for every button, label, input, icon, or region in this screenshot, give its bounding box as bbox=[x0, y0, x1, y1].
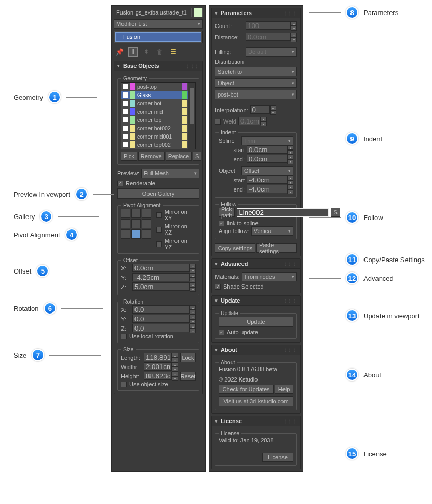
count-spinner[interactable]: ▴▾ bbox=[246, 21, 297, 31]
interpolation-spinner[interactable]: ▴▾ bbox=[250, 105, 276, 115]
group-size: Size Length:▴▾Lock Width:▴▾ Height:▴▾Res… bbox=[117, 349, 199, 391]
offset-y-spinner[interactable]: ▴▾ bbox=[132, 273, 196, 282]
group-geometry: Geometry post-topGlasscorner botcorner m… bbox=[117, 78, 199, 165]
rollout-header-license[interactable]: License⋮⋮⋮ bbox=[212, 416, 300, 426]
geometry-listbox[interactable]: post-topGlasscorner botcorner midcorner … bbox=[121, 82, 196, 149]
modifier-stack[interactable]: Fusion bbox=[114, 31, 203, 43]
shade-selected-checkbox[interactable]: Shade Selected bbox=[215, 283, 297, 290]
configure-icon[interactable]: ☰ bbox=[169, 47, 178, 57]
renderable-checkbox[interactable]: Renderable bbox=[117, 180, 199, 186]
callout-11: 11Copy/Paste Settings bbox=[309, 253, 425, 266]
mirror-xy-checkbox[interactable]: Mirror on XY bbox=[156, 209, 196, 221]
geometry-label: Geometry bbox=[121, 75, 149, 81]
spline-start-spinner[interactable]: ▴▾ bbox=[247, 145, 293, 155]
rollout-header-update[interactable]: Update⋮⋮⋮ bbox=[212, 296, 300, 306]
reset-button[interactable]: Reset bbox=[180, 372, 196, 381]
about-version: Fusion 0.8.176.88 beta bbox=[219, 366, 293, 372]
list-item[interactable]: post-top bbox=[122, 83, 188, 91]
rollout-update: Update⋮⋮⋮ Update Update Auto-update bbox=[211, 295, 301, 343]
list-item[interactable]: corner top bbox=[122, 116, 188, 124]
rollout-license: License⋮⋮⋮ License Valid to: Jan 19, 203… bbox=[211, 416, 301, 469]
rotation-x-spinner[interactable]: ▴▾ bbox=[132, 305, 196, 315]
pivot-grid[interactable] bbox=[121, 209, 151, 239]
size-height-spinner[interactable]: ▴▾ bbox=[144, 372, 178, 381]
rollout-header-parameters[interactable]: Parameters⋮⋮⋮ bbox=[212, 8, 300, 18]
spline-end-spinner[interactable]: ▴▾ bbox=[247, 155, 293, 164]
rollout-advanced: Advanced⋮⋮⋮ Materials:From nodes Shade S… bbox=[211, 258, 301, 293]
lock-button[interactable]: Lock bbox=[180, 353, 196, 362]
copy-settings-button[interactable]: Copy settings bbox=[215, 243, 255, 253]
check-updates-button[interactable]: Check for Updates bbox=[219, 385, 274, 394]
align-follow-dropdown[interactable]: Vertical bbox=[251, 226, 293, 236]
callout-5: 5Offset bbox=[14, 265, 101, 277]
open-gallery-button[interactable]: Open Galery bbox=[117, 188, 199, 199]
spline-mode-dropdown[interactable]: Trim bbox=[241, 136, 293, 145]
license-valid: Valid to: Jan 19, 2038 bbox=[219, 437, 293, 443]
mirror-xz-checkbox[interactable]: Mirror on XZ bbox=[156, 223, 196, 236]
remove-button[interactable]: Remove bbox=[138, 152, 165, 161]
show-end-result-icon[interactable]: Ⅱ bbox=[128, 47, 138, 57]
scrollbar[interactable] bbox=[188, 83, 195, 149]
rollout-header-advanced[interactable]: Advanced⋮⋮⋮ bbox=[212, 259, 300, 269]
modifier-toolbar: 📌 Ⅱ ⬍ 🗑 ☰ bbox=[114, 45, 203, 59]
license-button[interactable]: License bbox=[262, 453, 293, 462]
weld-spinner[interactable]: ▴▾ bbox=[238, 117, 267, 126]
preview-dropdown[interactable]: Full Mesh bbox=[141, 169, 199, 178]
rotation-z-spinner[interactable]: ▴▾ bbox=[132, 324, 196, 333]
object-start-spinner[interactable]: ▴▾ bbox=[247, 175, 293, 185]
pick-path-button[interactable]: Pick path bbox=[219, 208, 235, 217]
callout-1: 1Geometry bbox=[14, 91, 97, 103]
list-item[interactable]: corner bot bbox=[122, 99, 188, 107]
size-width-spinner[interactable]: ▴▾ bbox=[144, 362, 178, 372]
distribution-object-dropdown[interactable]: post-bot bbox=[215, 90, 297, 99]
offset-x-spinner[interactable]: ▴▾ bbox=[132, 264, 196, 273]
callout-9: 9Indent bbox=[309, 132, 382, 145]
list-item[interactable]: corner mid bbox=[122, 107, 188, 116]
callout-8: 8Parameters bbox=[309, 6, 398, 19]
use-object-size-checkbox[interactable]: Use object size bbox=[121, 381, 196, 387]
modifier-item-fusion[interactable]: Fusion bbox=[115, 32, 201, 42]
rollout-header-base-objects[interactable]: Base Objects⋮⋮⋮ bbox=[114, 61, 203, 71]
materials-dropdown[interactable]: From nodes bbox=[242, 272, 297, 281]
callout-3: 3Gallery bbox=[14, 210, 99, 223]
replace-button[interactable]: Replace bbox=[166, 152, 192, 161]
help-button[interactable]: Help bbox=[275, 385, 293, 394]
auto-update-checkbox[interactable]: Auto-update bbox=[219, 329, 293, 335]
list-item[interactable]: corner mid001 bbox=[122, 132, 188, 141]
use-local-rotation-checkbox[interactable]: Use local rotation bbox=[121, 333, 196, 339]
rollout-base-objects: Base Objects⋮⋮⋮ Geometry post-topGlassco… bbox=[114, 61, 203, 394]
rollout-header-about[interactable]: About⋮⋮⋮ bbox=[212, 345, 300, 355]
make-unique-icon[interactable]: ⬍ bbox=[142, 47, 151, 57]
object-mode-dropdown[interactable]: Offset bbox=[241, 166, 293, 175]
preview-label: Preview: bbox=[117, 170, 139, 176]
group-indent: Indent SplineTrim start▴▾ end:▴▾ ObjectO… bbox=[215, 132, 297, 198]
distance-spinner[interactable]: ▴▾ bbox=[246, 33, 297, 42]
callout-6: 6Rotation bbox=[14, 302, 103, 315]
object-name-field[interactable]: Fusion-gs_extbalustrade_t1 bbox=[114, 8, 192, 17]
list-item[interactable]: corner top002 bbox=[122, 141, 188, 149]
weld-checkbox[interactable]: Weld bbox=[215, 118, 236, 125]
select-button[interactable]: S bbox=[193, 152, 201, 161]
link-to-spline-checkbox[interactable]: link to spline bbox=[219, 220, 293, 226]
filling-dropdown[interactable]: Default bbox=[246, 47, 297, 57]
callout-14: 14About bbox=[309, 369, 381, 381]
rotation-y-spinner[interactable]: ▴▾ bbox=[132, 315, 196, 324]
pin-icon[interactable]: 📌 bbox=[115, 47, 124, 57]
pick-button[interactable]: Pick bbox=[121, 152, 137, 161]
mirror-yz-checkbox[interactable]: Mirror on YZ bbox=[156, 238, 196, 250]
object-end-spinner[interactable]: ▴▾ bbox=[247, 185, 293, 194]
list-item[interactable]: Glass bbox=[122, 91, 188, 99]
delete-modifier-icon[interactable]: 🗑 bbox=[155, 47, 165, 57]
object-color-swatch[interactable] bbox=[194, 8, 203, 17]
paste-settings-button[interactable]: Paste settings bbox=[256, 243, 297, 253]
visit-site-button[interactable]: Visit us at 3d-kstudio.com bbox=[219, 396, 293, 406]
size-length-spinner[interactable]: ▴▾ bbox=[144, 353, 178, 362]
modifier-list-dropdown[interactable]: Modifier List bbox=[114, 19, 203, 29]
distribution-mode-dropdown[interactable]: Stretch to bbox=[215, 67, 297, 76]
distribution-target-dropdown[interactable]: Object bbox=[215, 78, 297, 88]
update-button[interactable]: Update bbox=[219, 317, 293, 327]
group-rotation: Rotation X:▴▾ Y:▴▾ Z:▴▾ Use local rotati… bbox=[117, 302, 199, 343]
list-item[interactable]: corner bot002 bbox=[122, 124, 188, 132]
pivot-cell-active bbox=[131, 229, 141, 239]
offset-z-spinner[interactable]: ▴▾ bbox=[132, 282, 196, 292]
